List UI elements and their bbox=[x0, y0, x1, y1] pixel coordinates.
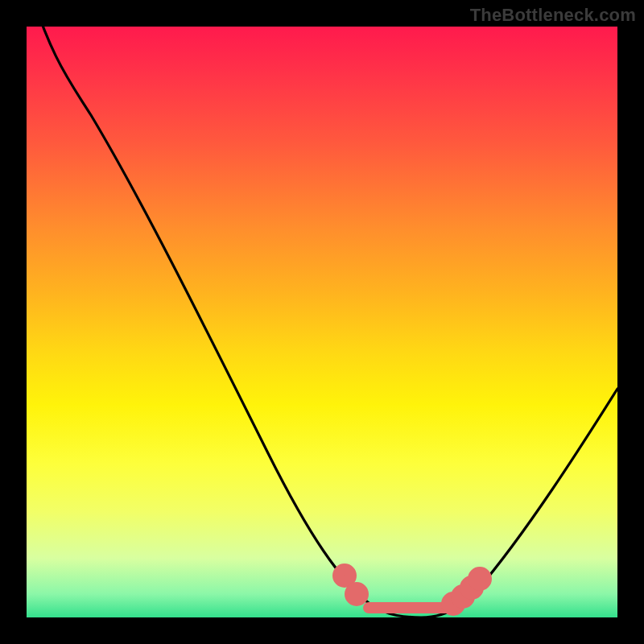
chart-frame: TheBottleneck.com bbox=[0, 0, 644, 644]
bottleneck-curve bbox=[27, 0, 617, 617]
plot-area bbox=[27, 27, 617, 617]
svg-point-5 bbox=[473, 572, 486, 585]
highlight-markers bbox=[338, 569, 486, 610]
svg-point-0 bbox=[338, 569, 351, 582]
watermark-text: TheBottleneck.com bbox=[470, 5, 636, 26]
svg-point-1 bbox=[350, 588, 363, 601]
curve-layer bbox=[27, 27, 617, 617]
